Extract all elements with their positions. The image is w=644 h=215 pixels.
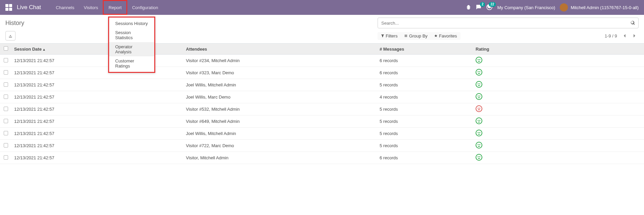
table-row[interactable]: 12/13/2021 21:42:57Visitor #323, Marc De… [0,67,644,79]
search-input[interactable] [378,18,639,28]
cell-session-date: 12/13/2021 21:42:57 [11,67,183,79]
cell-messages: 5 records [377,103,473,115]
table-row[interactable]: 12/13/2021 21:42:57Visitor #722, Marc De… [0,140,644,152]
messages-icon[interactable]: 2 [476,4,482,11]
happy-face-icon [476,154,482,161]
avatar [560,3,568,11]
groupby-button[interactable]: Group By [404,33,427,38]
row-checkbox[interactable] [4,70,8,75]
company-selector[interactable]: My Company (San Francisco) [497,5,555,10]
nav-right: 2 22 My Company (San Francisco) Mitchell… [466,3,639,11]
table-row[interactable]: 12/13/2021 21:42:57Joel Willis, Marc Dem… [0,91,644,103]
cell-rating [473,115,644,128]
table-row[interactable]: 12/13/2021 21:42:57Joel Willis, Mitchell… [0,128,644,140]
apps-icon[interactable] [5,4,12,11]
nav-item-configuration[interactable]: Configuration [127,0,163,15]
sort-asc-icon: ▲ [42,48,46,51]
table-header-row: Session Date▲ Attendees # Messages Ratin… [0,44,644,55]
groupby-label: Group By [409,33,427,38]
cell-attendees: Joel Willis, Marc Demo [183,91,377,103]
happy-face-icon [476,130,482,136]
table-row[interactable]: 12/13/2021 21:42:57Visitor, Mitchell Adm… [0,152,644,164]
table-row[interactable]: 12/13/2021 21:42:57Visitor #649, Mitchel… [0,115,644,128]
row-checkbox[interactable] [4,119,8,123]
cell-messages: 4 records [377,91,473,103]
dropdown-item-sessions-history[interactable]: Sessions History [109,19,154,28]
row-checkbox[interactable] [4,155,8,160]
page-title: History [5,20,24,27]
cell-rating [473,55,644,67]
favorites-label: Favorites [439,33,457,38]
cell-rating [473,67,644,79]
debug-icon[interactable] [466,5,471,10]
row-checkbox[interactable] [4,131,8,135]
happy-face-icon [476,117,482,124]
pager: 1-9 / 9 [605,31,639,40]
sad-face-icon [476,105,482,112]
dropdown-item-session-statistics[interactable]: Session Statistics [109,28,154,42]
header-session-date[interactable]: Session Date▲ [11,44,183,55]
report-dropdown: Sessions History Session Statistics Oper… [108,17,155,73]
happy-face-icon [476,93,482,100]
table-row[interactable]: 12/13/2021 21:42:57Visitor #532, Mitchel… [0,103,644,115]
cell-session-date: 12/13/2021 21:42:57 [11,55,183,67]
cell-session-date: 12/13/2021 21:42:57 [11,103,183,115]
select-all-checkbox[interactable] [4,46,8,51]
cell-session-date: 12/13/2021 21:42:57 [11,128,183,140]
cell-rating [473,140,644,152]
history-table: Session Date▲ Attendees # Messages Ratin… [0,44,644,164]
cell-messages: 6 records [377,55,473,67]
control-panel: History Filters Group By [0,15,644,44]
cell-session-date: 12/13/2021 21:42:57 [11,79,183,91]
row-checkbox[interactable] [4,58,8,62]
dropdown-item-customer-ratings[interactable]: Customer Ratings [109,56,154,71]
happy-face-icon [476,57,482,63]
messages-badge: 2 [480,2,485,7]
row-checkbox[interactable] [4,107,8,111]
row-checkbox[interactable] [4,143,8,147]
cell-session-date: 12/13/2021 21:42:57 [11,152,183,164]
row-checkbox[interactable] [4,95,8,99]
filters-label: Filters [386,33,397,38]
app-title[interactable]: Live Chat [17,4,41,11]
table-row[interactable]: 12/13/2021 21:42:57Visitor #234, Mitchel… [0,55,644,67]
happy-face-icon [476,69,482,76]
cell-messages: 5 records [377,79,473,91]
cell-attendees: Visitor #532, Mitchell Admin [183,103,377,115]
favorites-button[interactable]: Favorites [434,33,457,38]
cell-session-date: 12/13/2021 21:42:57 [11,91,183,103]
cell-attendees: Visitor #234, Mitchell Admin [183,55,377,67]
cell-attendees: Visitor #649, Mitchell Admin [183,115,377,128]
nav-item-channels[interactable]: Channels [51,0,79,15]
cell-attendees: Visitor #323, Marc Demo [183,67,377,79]
header-messages[interactable]: # Messages [377,44,473,55]
nav-item-report[interactable]: Report [103,0,127,15]
cell-attendees: Visitor, Mitchell Admin [183,152,377,164]
cell-messages: 5 records [377,140,473,152]
export-button[interactable] [5,31,15,41]
cell-rating [473,152,644,164]
header-rating[interactable]: Rating [473,44,644,55]
user-name: Mitchell Admin (11576767-15-0-all) [571,5,639,10]
cell-session-date: 12/13/2021 21:42:57 [11,140,183,152]
table-row[interactable]: 12/13/2021 21:42:57Joel Willis, Mitchell… [0,79,644,91]
cell-messages: 6 records [377,67,473,79]
cell-rating [473,79,644,91]
search-button[interactable] [627,18,639,28]
cell-attendees: Joel Willis, Mitchell Admin [183,128,377,140]
activities-badge: 22 [489,2,496,7]
activities-icon[interactable]: 22 [486,4,492,11]
top-navbar: Live Chat Channels Visitors Report Confi… [0,0,644,15]
pager-text: 1-9 / 9 [605,33,617,38]
user-menu[interactable]: Mitchell Admin (11576767-15-0-all) [560,3,639,11]
pager-next[interactable] [630,31,639,40]
filters-button[interactable]: Filters [381,33,397,38]
nav-item-visitors[interactable]: Visitors [79,0,103,15]
pager-prev[interactable] [620,31,629,40]
dropdown-item-operator-analysis[interactable]: Operator Analysis [109,42,154,56]
header-attendees[interactable]: Attendees [183,44,377,55]
row-checkbox[interactable] [4,82,8,87]
cell-messages: 5 records [377,128,473,140]
nav-menu: Channels Visitors Report Configuration [51,0,163,15]
happy-face-icon [476,81,482,88]
